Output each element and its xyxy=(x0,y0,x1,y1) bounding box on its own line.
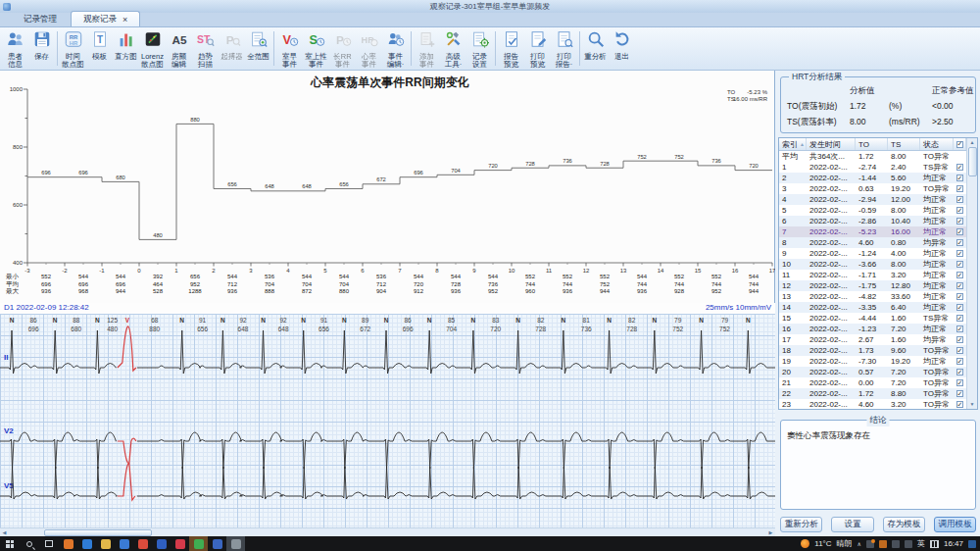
row-checkbox[interactable]: ✓ xyxy=(956,239,963,246)
hrt-table-row[interactable]: 平均共364次...1.728.00TO异常 xyxy=(779,151,966,162)
print-report-button[interactable]: 打印 报告· xyxy=(551,28,577,69)
hrt-table-row[interactable]: 132022-02-...-4.8233.60均正常✓ xyxy=(779,291,966,302)
patient-info-button[interactable]: 患者 信息 xyxy=(2,28,28,69)
histogram-button[interactable]: 直方图 xyxy=(113,28,139,69)
ecg-horizontal-scrollbar[interactable]: ◀ ▶ xyxy=(0,527,775,536)
row-checkbox[interactable]: ✓ xyxy=(956,228,963,235)
hrt-table-row[interactable]: 142022-02-...-3.356.40均正常✓ xyxy=(779,302,966,313)
volume-tray-icon[interactable] xyxy=(905,540,912,548)
row-checkbox[interactable]: ✓ xyxy=(956,175,963,181)
hrt-table-row[interactable]: 122022-02-...-1.7512.80均正常✓ xyxy=(779,280,966,291)
print-preview-button[interactable]: 打印 预览 xyxy=(524,28,551,69)
scrollbar-thumb[interactable] xyxy=(44,529,152,536)
scrollbar-thumb[interactable] xyxy=(968,147,977,176)
row-checkbox[interactable]: ✓ xyxy=(956,336,963,343)
load-template-button[interactable]: 调用模板 xyxy=(934,517,976,532)
row-checkbox[interactable]: ✓ xyxy=(956,196,963,203)
hrt-table-row[interactable]: 152022-02-...-4.441.60TS异常✓ xyxy=(779,313,966,324)
weather-description[interactable]: 晴朗 xyxy=(837,538,853,549)
hrt-table-row[interactable]: 92022-02-...-1.244.00均正常✓ xyxy=(779,248,966,259)
hrt-table-row[interactable]: 212022-02-...0.007.20TO异常✓ xyxy=(779,377,966,388)
reanalyze-button[interactable]: 重新分析 xyxy=(780,517,822,532)
table-vertical-scrollbar[interactable]: ▲ ▼ xyxy=(966,138,977,409)
clock[interactable]: 16:47 xyxy=(944,539,963,548)
time-scatter-button[interactable]: RRHR时间 散点图 xyxy=(60,28,86,69)
row-checkbox[interactable]: ✓ xyxy=(956,379,963,386)
row-checkbox[interactable]: ✓ xyxy=(956,218,963,225)
app-blue-taskbar-button[interactable] xyxy=(152,536,171,551)
header-checkbox[interactable]: ✓ xyxy=(954,138,966,150)
app-orange-taskbar-button[interactable] xyxy=(59,536,77,551)
hrt-table-row[interactable]: 182022-02-...1.739.60TO异常✓ xyxy=(779,345,966,356)
hrt-table-row[interactable]: 202022-02-...0.577.20TO异常✓ xyxy=(779,367,966,377)
taskbar-search-button[interactable] xyxy=(20,536,39,551)
hrt-table-row[interactable]: 82022-02-...4.600.80均异常✓ xyxy=(779,237,966,248)
scroll-left-icon[interactable]: ◀ xyxy=(0,529,9,535)
pvc-event-button[interactable]: V室早 事件 xyxy=(276,28,303,69)
row-checkbox[interactable]: ✓ xyxy=(956,390,963,397)
row-checkbox[interactable]: ✓ xyxy=(956,304,963,311)
hrt-table-row[interactable]: 52022-02-...-0.598.00均正常✓ xyxy=(779,205,966,216)
scroll-up-icon[interactable]: ▲ xyxy=(970,138,975,147)
hrt-table-row[interactable]: 162022-02-...-1.237.20均正常✓ xyxy=(779,324,966,334)
header-ts[interactable]: TS xyxy=(888,138,920,150)
header-to[interactable]: TO xyxy=(856,138,888,150)
event-edit-button[interactable]: 事件 编辑· xyxy=(382,28,409,69)
exit-button[interactable]: 退出 xyxy=(609,28,635,69)
row-checkbox[interactable]: ✓ xyxy=(956,358,963,365)
row-checkbox[interactable]: ✓ xyxy=(956,272,963,278)
hrt-table-row[interactable]: 222022-02-...1.728.80TO异常✓ xyxy=(779,388,966,399)
tab-observation-record[interactable]: 观察记录 × xyxy=(71,11,140,26)
row-checkbox[interactable]: ✓ xyxy=(956,185,963,192)
hrt-table-row[interactable]: 112022-02-...-1.713.20均正常✓ xyxy=(779,270,966,280)
select-all-checkbox[interactable]: ✓ xyxy=(956,141,963,148)
app-folder-taskbar-button[interactable] xyxy=(96,536,115,551)
reanalyze-button[interactable]: 重分析 xyxy=(582,28,609,69)
sve-event-button[interactable]: S室上性 事件 xyxy=(303,28,329,69)
hrt-table-row[interactable]: 62022-02-...-2.8610.40均正常✓ xyxy=(779,216,966,226)
weather-temperature[interactable]: 11°C xyxy=(814,539,831,548)
security-tray-icon[interactable] xyxy=(879,540,887,548)
row-checkbox[interactable]: ✓ xyxy=(956,207,963,214)
network-tray-icon[interactable] xyxy=(892,540,900,548)
header-status[interactable]: 状态 xyxy=(920,138,954,150)
row-checkbox[interactable]: ✓ xyxy=(956,401,963,408)
report-preview-button[interactable]: 报告 预览 xyxy=(498,28,524,69)
header-index[interactable]: 索引▲ xyxy=(779,138,807,150)
start-button[interactable] xyxy=(0,536,20,551)
row-checkbox[interactable]: ✓ xyxy=(956,326,963,332)
app-blue2-taskbar-button[interactable] xyxy=(208,536,226,551)
tray-expand-icon[interactable]: ∧ xyxy=(858,540,861,547)
afib-edit-button[interactable]: A5房颤 编辑 xyxy=(166,28,192,69)
weather-sun-icon[interactable] xyxy=(801,539,809,548)
save-as-template-button[interactable]: 存为模板 xyxy=(883,517,925,532)
header-time[interactable]: 发生时间 xyxy=(807,138,856,150)
row-checkbox[interactable]: ✓ xyxy=(956,347,963,354)
hrt-table-row[interactable]: 12022-02-...-2.742.40TS异常✓ xyxy=(779,162,966,173)
app-green-active-taskbar-button[interactable] xyxy=(189,536,208,551)
row-checkbox[interactable]: ✓ xyxy=(956,369,963,376)
tab-record-management[interactable]: 记录管理 xyxy=(12,12,69,26)
touch-keyboard-icon[interactable] xyxy=(930,540,939,548)
row-checkbox[interactable]: ✓ xyxy=(956,261,963,268)
row-checkbox[interactable]: ✓ xyxy=(956,293,963,300)
hrt-table-row[interactable]: 102022-02-...-3.668.00均正常✓ xyxy=(779,259,966,270)
trend-scan-button[interactable]: ST趋势 扫描 xyxy=(192,28,219,69)
row-checkbox[interactable]: ✓ xyxy=(956,250,963,257)
scroll-down-icon[interactable]: ▼ xyxy=(970,400,975,409)
hrt-table-row[interactable]: 232022-02-...4.603.20TO异常✓ xyxy=(779,399,966,409)
hrt-table-row[interactable]: 72022-02-...-5.2316.00均正常✓ xyxy=(779,226,966,237)
advanced-tools-button[interactable]: 高级 工具· xyxy=(440,28,466,69)
hrt-table-row[interactable]: 42022-02-...-2.9412.00均正常✓ xyxy=(779,194,966,205)
ecg-grid-canvas[interactable]: IIV2V5NNNVNNNNNNNNNNNNNN8669688680125480… xyxy=(0,314,775,527)
notification-tray-icon[interactable] xyxy=(866,540,874,548)
template-button[interactable]: T模板 xyxy=(86,28,113,69)
hrt-table-row[interactable]: 22022-02-...-1.445.60均正常✓ xyxy=(779,173,966,183)
hrt-table-row[interactable]: 172022-02-...2.671.60均异常✓ xyxy=(779,334,966,345)
app-gray-active-taskbar-button[interactable] xyxy=(226,536,245,551)
notification-center-icon[interactable] xyxy=(968,540,976,548)
app-heart-taskbar-button[interactable] xyxy=(171,536,189,551)
scroll-right-icon[interactable]: ▶ xyxy=(766,529,775,535)
hrt-table-row[interactable]: 192022-02-...-7.3019.20均正常✓ xyxy=(779,356,966,367)
row-checkbox[interactable]: ✓ xyxy=(956,282,963,289)
